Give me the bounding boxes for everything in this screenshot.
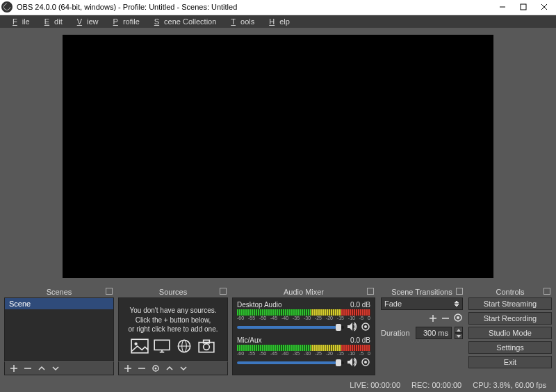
transition-select[interactable]: Fade	[381, 297, 463, 310]
svg-point-17	[204, 343, 210, 350]
sources-empty-line1: You don't have any sources.	[130, 306, 217, 316]
maximize-button[interactable]	[513, 0, 534, 15]
track-ticks: -60-55-50-45-40-35-30-25-20-15-10-50	[237, 351, 370, 356]
scene-up-button[interactable]	[37, 364, 47, 373]
svg-point-25	[364, 325, 367, 328]
svg-marker-29	[455, 301, 459, 303]
status-cpu: CPU: 3.8%, 60.00 fps	[473, 381, 546, 389]
duration-input[interactable]: 300 ms	[416, 327, 452, 339]
window-title: OBS 24.0.0 (64-bit, windows) - Profile: …	[17, 3, 492, 11]
scenes-title: Scenes	[4, 286, 114, 297]
audio-mixer-panel: Audio Mixer Desktop Audio 0.0 dB -60-55-…	[232, 286, 375, 375]
settings-button[interactable]: Settings	[468, 341, 552, 354]
controls-popout-icon[interactable]	[543, 288, 550, 295]
close-button[interactable]	[534, 0, 555, 15]
sources-panel: Sources You don't have any sources. Clic…	[118, 286, 228, 375]
transitions-title-label: Scene Transitions	[391, 288, 452, 296]
svg-rect-1	[521, 4, 526, 10]
minimize-button[interactable]	[492, 0, 513, 15]
svg-rect-16	[204, 340, 210, 343]
transition-remove-button[interactable]	[441, 313, 450, 323]
scenes-toolbar	[4, 361, 114, 375]
controls-title: Controls	[468, 286, 552, 297]
source-settings-button[interactable]	[151, 364, 161, 373]
track-settings-button[interactable]	[361, 357, 370, 368]
transitions-panel: Scene Transitions Fade Duration 300 ms	[379, 286, 464, 375]
svg-marker-26	[348, 358, 352, 366]
menu-profile[interactable]: Profile	[104, 16, 145, 27]
scene-add-button[interactable]	[9, 364, 19, 373]
menu-edit[interactable]: Edit	[35, 16, 67, 27]
status-live: LIVE: 00:00:00	[350, 381, 400, 389]
transition-selected: Fade	[384, 300, 402, 308]
scene-remove-button[interactable]	[23, 364, 33, 373]
track-mute-button[interactable]	[347, 321, 358, 334]
svg-point-28	[364, 361, 367, 364]
menu-file[interactable]: File	[3, 16, 35, 27]
menubar: File Edit View Profile Scene Collection …	[0, 15, 556, 28]
sources-empty-icons	[131, 338, 215, 354]
mixer-popout-icon[interactable]	[367, 288, 374, 295]
mixer-track-mic: Mic/Aux 0.0 dB -60-55-50-45-40-35-30-25-…	[237, 336, 370, 369]
window-titlebar: OBS 24.0.0 (64-bit, windows) - Profile: …	[0, 0, 556, 15]
track-mute-button[interactable]	[347, 357, 358, 369]
chevron-updown-icon	[454, 301, 459, 307]
scene-item[interactable]: Scene	[5, 298, 113, 309]
sources-list[interactable]: You don't have any sources. Click the + …	[118, 297, 228, 361]
duration-step-up[interactable]	[455, 327, 463, 333]
scenes-popout-icon[interactable]	[106, 288, 113, 295]
track-settings-button[interactable]	[361, 322, 370, 333]
svg-rect-7	[131, 339, 148, 353]
camera-source-icon	[197, 338, 215, 354]
track-db: 0.0 dB	[350, 301, 370, 309]
menu-view[interactable]: View	[67, 16, 104, 27]
controls-panel: Controls Start Streaming Start Recording…	[468, 286, 552, 375]
menu-help[interactable]: Help	[259, 16, 295, 27]
globe-source-icon	[175, 338, 193, 354]
mixer-title-label: Audio Mixer	[284, 288, 324, 296]
image-source-icon	[131, 338, 149, 354]
svg-rect-9	[154, 340, 170, 350]
menu-tools[interactable]: Tools	[221, 16, 259, 27]
preview-canvas[interactable]	[63, 35, 493, 278]
status-rec: REC: 00:00:00	[411, 381, 461, 389]
scene-down-button[interactable]	[51, 364, 60, 373]
sources-title-label: Sources	[159, 288, 187, 296]
transition-add-button[interactable]	[428, 313, 438, 323]
exit-button[interactable]: Exit	[468, 356, 552, 368]
scenes-title-label: Scenes	[47, 288, 72, 296]
source-add-button[interactable]	[123, 364, 133, 373]
workspace	[0, 28, 556, 285]
start-recording-button[interactable]: Start Recording	[468, 312, 552, 325]
sources-empty-line2: Click the + button below,	[136, 316, 211, 325]
studio-mode-button[interactable]: Studio Mode	[468, 327, 552, 339]
duration-step-down[interactable]	[455, 333, 463, 339]
duration-label: Duration	[381, 329, 410, 337]
track-name: Mic/Aux	[237, 336, 262, 344]
source-down-button[interactable]	[179, 364, 188, 373]
track-meter	[237, 309, 370, 316]
source-remove-button[interactable]	[137, 364, 147, 373]
svg-point-22	[155, 368, 157, 370]
transition-settings-button[interactable]	[453, 313, 463, 324]
obs-app-icon	[1, 1, 13, 13]
sources-title: Sources	[118, 286, 228, 297]
source-up-button[interactable]	[165, 364, 174, 373]
track-ticks: -60-55-50-45-40-35-30-25-20-15-10-50	[237, 316, 370, 320]
sources-popout-icon[interactable]	[220, 288, 227, 295]
svg-marker-30	[455, 304, 459, 307]
display-source-icon	[153, 338, 171, 354]
track-db: 0.0 dB	[350, 336, 370, 344]
bottom-panels: Scenes Scene Sources You don't have any …	[0, 285, 556, 378]
status-bar: LIVE: 00:00:00 REC: 00:00:00 CPU: 3.8%, …	[0, 378, 556, 392]
scenes-list[interactable]: Scene	[4, 297, 114, 361]
mixer-track-desktop: Desktop Audio 0.0 dB -60-55-50-45-40-35-…	[237, 301, 370, 334]
track-volume-slider[interactable]	[237, 361, 344, 364]
transitions-body: Fade Duration 300 ms	[379, 297, 464, 375]
transitions-title: Scene Transitions	[379, 286, 464, 297]
transitions-popout-icon[interactable]	[456, 288, 463, 295]
start-streaming-button[interactable]: Start Streaming	[468, 297, 552, 310]
track-volume-slider[interactable]	[237, 326, 344, 329]
controls-title-label: Controls	[496, 288, 525, 296]
menu-scene-collection[interactable]: Scene Collection	[145, 16, 222, 27]
